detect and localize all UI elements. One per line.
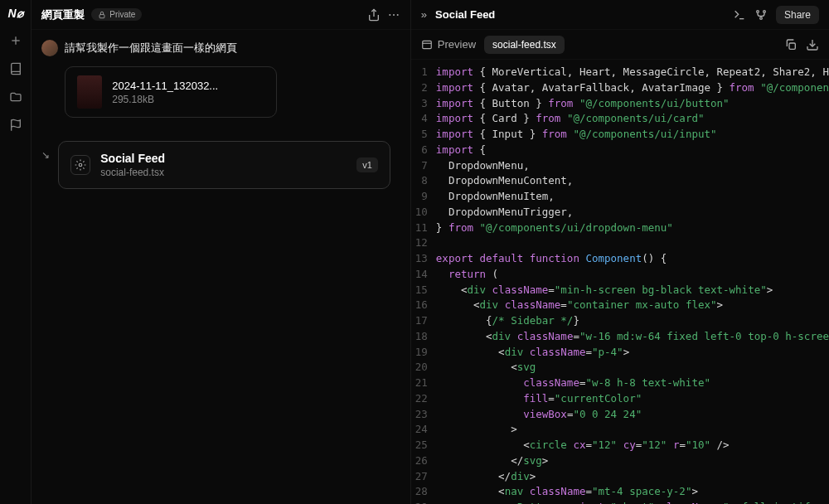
line-number: 9 bbox=[411, 189, 436, 205]
code-content: <div className="container mx-auto flex"> bbox=[436, 298, 829, 313]
line-number: 4 bbox=[411, 111, 436, 127]
svg-rect-16 bbox=[789, 43, 795, 49]
svg-rect-3 bbox=[99, 14, 104, 17]
chevron-right-icon[interactable]: » bbox=[421, 8, 427, 21]
line-number: 10 bbox=[411, 205, 436, 220]
code-line: 23 viewBox="0 0 24 24" bbox=[411, 407, 829, 423]
tab-preview-label: Preview bbox=[438, 38, 476, 51]
line-number: 7 bbox=[411, 158, 436, 174]
version-badge: v1 bbox=[356, 158, 378, 172]
code-line: 2import { Avatar, AvatarFallback, Avatar… bbox=[411, 80, 829, 96]
component-icon bbox=[70, 155, 90, 175]
line-number: 13 bbox=[411, 251, 436, 267]
code-line: 27 </div> bbox=[411, 469, 829, 485]
code-content bbox=[436, 235, 829, 251]
window-icon bbox=[421, 39, 433, 51]
line-number: 26 bbox=[411, 453, 436, 469]
code-line: 5import { Input } from "@/components/ui/… bbox=[411, 127, 829, 143]
share-button[interactable]: Share bbox=[776, 6, 819, 24]
code-line: 11} from "@/components/ui/dropdown-menu" bbox=[411, 220, 829, 236]
code-content: > bbox=[436, 422, 829, 438]
response-title: Social Feed bbox=[100, 152, 347, 165]
line-number: 21 bbox=[411, 376, 436, 391]
branch-icon[interactable] bbox=[754, 8, 768, 22]
code-content: <Button variant="ghost" className="w-ful… bbox=[436, 500, 829, 504]
code-content: DropdownMenuTrigger, bbox=[436, 205, 829, 220]
book-icon[interactable] bbox=[8, 61, 23, 76]
response-arrow-icon: ↘ bbox=[41, 149, 50, 189]
code-line: 4import { Card } from "@/components/ui/c… bbox=[411, 111, 829, 127]
code-line: 6import { bbox=[411, 143, 829, 158]
line-number: 3 bbox=[411, 96, 436, 112]
attachment-thumb bbox=[77, 75, 102, 109]
code-line: 10 DropdownMenuTrigger, bbox=[411, 205, 829, 220]
lock-icon bbox=[98, 11, 106, 19]
line-number: 19 bbox=[411, 345, 436, 361]
code-content: import { Avatar, AvatarFallback, AvatarI… bbox=[436, 80, 829, 96]
right-header: » Social Feed Share bbox=[411, 0, 829, 30]
line-number: 18 bbox=[411, 329, 436, 345]
code-content: className="w-8 h-8 text-white" bbox=[436, 376, 829, 391]
attachment-card[interactable]: 2024-11-11_132032... 295.18kB bbox=[65, 66, 277, 118]
code-line: 12 bbox=[411, 235, 829, 251]
code-content: DropdownMenuContent, bbox=[436, 173, 829, 189]
icon-sidebar: N⌀ bbox=[0, 0, 32, 504]
code-line: 25 <circle cx="12" cy="12" r="10" /> bbox=[411, 438, 829, 453]
chat-area: 請幫我製作一個跟這畫面一樣的網頁 2024-11-11_132032... 29… bbox=[32, 30, 410, 504]
code-line: 22 fill="currentColor" bbox=[411, 391, 829, 407]
line-number: 29 bbox=[411, 500, 436, 504]
code-line: 8 DropdownMenuContent, bbox=[411, 173, 829, 189]
folder-icon[interactable] bbox=[8, 90, 23, 104]
privacy-badge[interactable]: Private bbox=[91, 8, 142, 21]
code-content: import { bbox=[436, 143, 829, 158]
logo: N⌀ bbox=[8, 7, 23, 20]
line-number: 11 bbox=[411, 220, 436, 236]
add-icon[interactable] bbox=[8, 33, 23, 48]
code-content: <circle cx="12" cy="12" r="10" /> bbox=[436, 438, 829, 453]
line-number: 15 bbox=[411, 283, 436, 298]
more-icon[interactable] bbox=[387, 8, 400, 22]
line-number: 27 bbox=[411, 469, 436, 485]
code-line: 19 <div className="p-4"> bbox=[411, 345, 829, 361]
code-content: viewBox="0 0 24 24" bbox=[436, 407, 829, 423]
terminal-icon[interactable] bbox=[733, 8, 746, 22]
page-title: 網頁重製 bbox=[41, 7, 85, 22]
privacy-label: Private bbox=[109, 10, 135, 19]
tab-file[interactable]: social-feed.tsx bbox=[484, 36, 565, 54]
code-content: <svg bbox=[436, 360, 829, 376]
share-icon[interactable] bbox=[367, 8, 381, 22]
line-number: 12 bbox=[411, 235, 436, 251]
code-editor[interactable]: 1import { MoreVertical, Heart, MessageCi… bbox=[411, 60, 829, 504]
line-number: 25 bbox=[411, 438, 436, 453]
svg-rect-14 bbox=[423, 41, 432, 48]
response-card[interactable]: Social Feed social-feed.tsx v1 bbox=[58, 141, 390, 189]
attachment-filename: 2024-11-11_132032... bbox=[112, 80, 228, 92]
tab-preview[interactable]: Preview bbox=[421, 38, 476, 51]
left-header: 網頁重製 Private bbox=[32, 0, 410, 30]
user-message: 請幫我製作一個跟這畫面一樣的網頁 bbox=[65, 41, 237, 56]
line-number: 5 bbox=[411, 127, 436, 143]
code-line: 28 <nav className="mt-4 space-y-2"> bbox=[411, 484, 829, 500]
line-number: 23 bbox=[411, 407, 436, 423]
svg-point-7 bbox=[396, 14, 398, 16]
download-icon[interactable] bbox=[806, 38, 819, 51]
code-line: 1import { MoreVertical, Heart, MessageCi… bbox=[411, 65, 829, 80]
code-line: 20 <svg bbox=[411, 360, 829, 376]
code-line: 17 {/* Sidebar */} bbox=[411, 313, 829, 329]
code-content: export default function Component() { bbox=[436, 251, 829, 267]
line-number: 1 bbox=[411, 65, 436, 80]
response-block: ↘ Social Feed social-feed.tsx v1 bbox=[41, 141, 390, 189]
flag-icon[interactable] bbox=[8, 118, 23, 133]
line-number: 8 bbox=[411, 173, 436, 189]
right-panel: » Social Feed Share Preview social-feed.… bbox=[410, 0, 829, 504]
line-number: 17 bbox=[411, 313, 436, 329]
line-number: 14 bbox=[411, 267, 436, 283]
code-content: DropdownMenuItem, bbox=[436, 189, 829, 205]
svg-point-12 bbox=[760, 17, 763, 19]
svg-point-10 bbox=[757, 10, 759, 12]
attachment-size: 295.18kB bbox=[112, 94, 228, 105]
copy-icon[interactable] bbox=[784, 38, 797, 51]
code-line: 24 > bbox=[411, 422, 829, 438]
code-content: </svg> bbox=[436, 453, 829, 469]
user-avatar bbox=[41, 40, 58, 56]
